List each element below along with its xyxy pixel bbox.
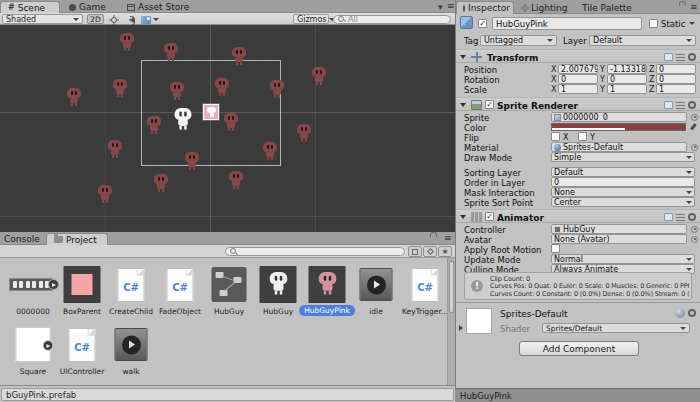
foldout-arrow-icon[interactable]	[460, 103, 466, 107]
rotation-x-field[interactable]: 0	[558, 74, 598, 84]
enemy-sprite[interactable]	[119, 33, 135, 53]
enemy-sprite[interactable]	[163, 43, 179, 63]
asset-item-HubGuyPink[interactable]: HubGuyPink	[303, 266, 351, 324]
presets-icon[interactable]	[676, 102, 685, 109]
flip-x-checkbox[interactable]	[551, 132, 560, 141]
2d-toggle-button[interactable]: 2D	[87, 14, 104, 24]
sorting-layer-dropdown[interactable]: Default	[551, 167, 695, 177]
position-z-field[interactable]: 0	[656, 64, 696, 74]
presets-icon[interactable]	[676, 214, 685, 221]
shader-dropdown[interactable]: Sprites/Default	[542, 323, 690, 333]
order-in-layer-field[interactable]: 0	[551, 177, 695, 187]
tab-scene[interactable]: # Scene	[0, 1, 60, 13]
add-component-button[interactable]: Add Component	[519, 341, 639, 356]
project-grid[interactable]: 0000000BoxParentC#CreateChildC#FadeObjec…	[0, 258, 447, 385]
scene-audio-toggle[interactable]	[124, 15, 138, 24]
reference-icon[interactable]	[664, 101, 673, 109]
project-favorites-button[interactable]: ★	[438, 246, 452, 257]
reference-icon[interactable]	[664, 53, 673, 61]
gear-icon[interactable]	[688, 101, 696, 109]
selected-sprite[interactable]	[203, 104, 219, 120]
enemy-sprite[interactable]	[296, 124, 312, 144]
object-picker-icon[interactable]	[691, 236, 698, 243]
enemy-sprite[interactable]	[107, 140, 123, 160]
tab-project[interactable]: Project	[46, 233, 108, 245]
mask-interaction-dropdown[interactable]: None	[551, 187, 695, 197]
material-object-field[interactable]: Sprites-Default	[551, 142, 687, 152]
scene-search-field[interactable]: All	[333, 15, 451, 24]
gear-icon[interactable]	[688, 53, 696, 61]
update-mode-dropdown[interactable]: Normal	[551, 254, 695, 264]
flip-y-checkbox[interactable]	[578, 132, 587, 141]
foldout-arrow-icon[interactable]	[460, 55, 466, 59]
enemy-sprite[interactable]	[214, 78, 230, 98]
project-panel-menu-icon[interactable]: ≡	[444, 234, 452, 242]
layer-dropdown[interactable]: Default	[589, 35, 696, 46]
scale-x-field[interactable]: 1	[558, 84, 598, 94]
enemy-sprite[interactable]	[153, 174, 169, 194]
tag-dropdown[interactable]: Untagged	[480, 35, 557, 46]
enemy-sprite[interactable]	[228, 171, 244, 191]
enemy-sprite[interactable]	[262, 142, 278, 162]
sprite-sort-point-dropdown[interactable]: Center	[551, 197, 695, 207]
scene-panel-dropdown-icon[interactable]: ▾	[438, 3, 443, 11]
gameobject-name-field[interactable]: HubGuyPink	[492, 17, 642, 30]
asset-item-FadeObject[interactable]: C#FadeObject	[156, 266, 204, 324]
enemy-sprite[interactable]	[112, 79, 128, 99]
tab-game[interactable]: Game	[62, 1, 113, 13]
controller-object-field[interactable]: HubGuy	[551, 224, 687, 234]
player-sprite[interactable]	[173, 108, 192, 132]
asset-item-0000000[interactable]: 0000000	[9, 266, 57, 324]
project-label-filter-button[interactable]	[423, 246, 437, 257]
enemy-sprite[interactable]	[311, 67, 327, 87]
gear-icon[interactable]	[688, 309, 696, 317]
tab-lighting[interactable]: Lighting	[516, 1, 573, 14]
material-sphere-icon[interactable]	[675, 308, 685, 318]
asset-item-CreateChild[interactable]: C#CreateChild	[107, 266, 155, 324]
material-preview-thumbnail[interactable]	[466, 308, 492, 334]
object-picker-icon[interactable]	[691, 226, 698, 233]
object-picker-icon[interactable]	[691, 144, 698, 151]
scene-effects-toggle[interactable]	[141, 15, 159, 24]
enemy-sprite[interactable]	[184, 152, 200, 172]
rotation-z-field[interactable]: 0	[656, 74, 696, 84]
enemy-sprite[interactable]	[231, 47, 247, 67]
reference-icon[interactable]	[664, 213, 673, 221]
scene-panel-menu-icon[interactable]: ≡	[447, 2, 455, 10]
material-foldout-arrow-icon[interactable]	[459, 325, 463, 331]
asset-item-HubGuy[interactable]: HubGuy	[254, 266, 302, 324]
asset-item-KeyTrigger-[interactable]: C#KeyTrigger...	[401, 266, 449, 324]
position-x-field[interactable]: 2.007679	[558, 64, 598, 74]
project-scrollbar-thumb[interactable]	[449, 261, 454, 313]
gizmos-dropdown[interactable]: Gizmos	[293, 14, 329, 24]
position-y-field[interactable]: -1.133188	[607, 64, 647, 74]
scale-y-field[interactable]: 1	[607, 84, 647, 94]
asset-item-Square[interactable]: Square	[9, 326, 57, 384]
static-dropdown-icon[interactable]	[689, 22, 695, 25]
enemy-sprite[interactable]	[269, 80, 285, 100]
tab-tile-palette[interactable]: Tile Palette	[576, 1, 638, 14]
animator-header[interactable]: Animator	[456, 209, 700, 223]
foldout-arrow-icon[interactable]	[460, 215, 466, 219]
tab-console[interactable]: Console	[0, 233, 46, 245]
project-open-asset-button[interactable]	[408, 246, 422, 257]
sprite-object-field[interactable]: 0000000_0	[551, 112, 687, 122]
presets-icon[interactable]	[676, 54, 685, 61]
tab-inspector[interactable]: Inspector	[456, 1, 514, 14]
asset-item-BoxParent[interactable]: BoxParent	[58, 266, 106, 324]
sprite-renderer-enabled-checkbox[interactable]	[485, 100, 494, 109]
scene-lighting-toggle[interactable]	[107, 15, 121, 24]
enemy-sprite[interactable]	[66, 88, 82, 108]
object-picker-icon[interactable]	[691, 114, 698, 121]
apply-root-motion-checkbox[interactable]	[551, 244, 560, 253]
static-checkbox[interactable]	[649, 19, 658, 28]
shading-mode-dropdown[interactable]: Shaded	[2, 14, 83, 24]
eyedropper-icon[interactable]	[689, 123, 697, 131]
animator-enabled-checkbox[interactable]	[485, 212, 494, 221]
scale-z-field[interactable]: 1	[656, 84, 696, 94]
project-search-field[interactable]	[225, 247, 405, 256]
enemy-sprite[interactable]	[97, 185, 113, 205]
scene-viewport[interactable]	[0, 25, 455, 232]
transform-header[interactable]: Transform	[456, 49, 700, 63]
draw-mode-dropdown[interactable]: Simple	[551, 152, 695, 162]
